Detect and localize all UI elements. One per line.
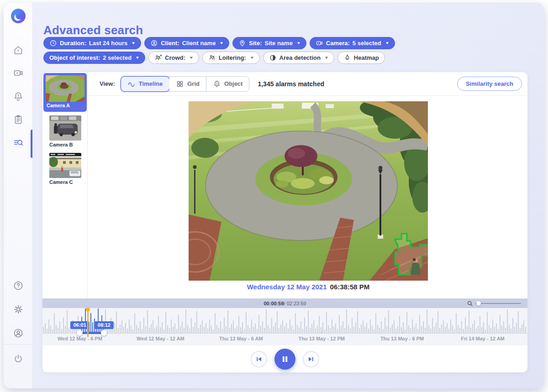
histogram-bar [271, 318, 272, 333]
histogram-bar [476, 329, 477, 333]
client-icon [150, 39, 158, 47]
histogram-bar [196, 311, 197, 333]
histogram-bar [410, 328, 411, 333]
histogram-bar [414, 327, 415, 333]
histogram-bar [244, 329, 245, 333]
histogram-bar [222, 329, 223, 333]
help-icon[interactable] [13, 280, 24, 291]
filter-pill-area-detection[interactable]: Area detection▼ [263, 52, 334, 64]
reports-icon[interactable] [13, 114, 24, 125]
alarms-icon[interactable] [13, 91, 24, 102]
histogram-bar [218, 328, 219, 333]
brand-logo-icon[interactable] [11, 8, 26, 24]
histogram-bar [342, 321, 343, 333]
histogram-bar [315, 329, 316, 333]
clock-icon [49, 39, 57, 47]
histogram-bar [129, 319, 130, 333]
histogram-bar [337, 329, 338, 333]
histogram-bar [235, 329, 236, 333]
playback-time: 06:38:58 PM [330, 283, 370, 291]
filter-label: Area detection [279, 54, 321, 61]
histogram-bar [145, 326, 146, 333]
pause-button[interactable] [274, 349, 295, 370]
scrubber-bar[interactable]: 00:00:59 / 02:23:59 [42, 298, 527, 308]
next-alarm-button[interactable] [303, 351, 319, 367]
camera-thumb-b[interactable]: Camera B [49, 115, 81, 147]
histogram-bar [304, 318, 305, 333]
filter-pill-object-of-interest[interactable]: Object of interest:2 selected▼ [43, 52, 145, 64]
histogram-bar [209, 319, 210, 333]
histogram-bar [213, 329, 214, 333]
histogram-bar [147, 310, 148, 333]
histogram-bar [405, 329, 406, 333]
filter-label: Loitering: [219, 54, 246, 61]
filter-pill-client[interactable]: Client:Client name▼ [144, 37, 229, 49]
histogram-bar [366, 323, 367, 333]
selection-range-fill[interactable] [80, 332, 104, 334]
histogram-bar [195, 323, 195, 333]
zoom-slider-handle[interactable] [476, 301, 481, 306]
histogram-bar [379, 328, 380, 333]
chevron-down-icon: ▼ [219, 41, 224, 45]
histogram-bar [361, 324, 362, 333]
histogram-bar [187, 325, 188, 333]
histogram-bar [59, 321, 60, 333]
view-tab-timeline[interactable]: Timeline [121, 77, 170, 91]
account-icon[interactable] [13, 328, 24, 339]
histogram-bar [52, 329, 53, 333]
zoom-slider-track[interactable] [475, 303, 521, 304]
filter-pill-site[interactable]: Site:Site name▼ [232, 37, 306, 49]
histogram-bar [206, 323, 206, 333]
axis-tick [402, 331, 403, 334]
cameras-icon[interactable] [13, 68, 24, 78]
selection-end-badge[interactable]: 08:12 [95, 321, 114, 329]
histogram-bar [109, 329, 110, 333]
histogram-bar [171, 319, 172, 333]
similarity-search-button[interactable]: Similarity search [457, 77, 522, 91]
histogram-bar [406, 312, 407, 333]
advanced-search-icon[interactable] [13, 137, 24, 148]
view-tab-object[interactable]: Object [206, 77, 249, 91]
playhead[interactable] [87, 310, 89, 337]
axis-label: Wed 12 May - 12 AM [137, 336, 184, 341]
filter-pill-heatmap[interactable]: Heatmap [337, 52, 385, 64]
histogram-bar [313, 320, 314, 333]
camera-thumb-c[interactable]: Camera C [49, 153, 81, 185]
histogram-bar [114, 323, 115, 333]
histogram-bar [516, 323, 517, 333]
histogram-bar [182, 321, 183, 333]
filter-pill-crowd[interactable]: Crowd:▼ [148, 52, 199, 64]
histogram-bar [483, 322, 484, 333]
histogram-bar [481, 327, 482, 333]
main-content: Advanced search Duration:Last 24 hours▼C… [33, 3, 544, 388]
chevron-down-icon: ▼ [135, 56, 140, 60]
histogram-bar [416, 324, 416, 333]
filter-pill-duration[interactable]: Duration:Last 24 hours▼ [43, 37, 141, 49]
camera-thumb-label: Camera B [49, 142, 81, 147]
camera-thumb-a[interactable]: Camera A [43, 73, 87, 112]
power-icon[interactable] [13, 353, 24, 364]
settings-gear-icon[interactable] [13, 304, 24, 315]
histogram-bar [302, 329, 303, 333]
selection-start-badge[interactable]: 06:01 [70, 321, 90, 329]
home-icon[interactable] [13, 45, 24, 56]
histogram-bar [215, 313, 216, 333]
histogram-bar [450, 319, 451, 333]
view-tab-grid[interactable]: Grid [169, 77, 206, 91]
previous-alarm-button[interactable] [251, 351, 267, 367]
filter-label: Site: [249, 40, 262, 47]
histogram-bar [458, 325, 458, 333]
activity-histogram[interactable] [42, 308, 527, 333]
histogram-bar [518, 311, 519, 333]
histogram-bar [346, 309, 347, 333]
histogram-bar [441, 324, 442, 333]
chevron-down-icon: ▼ [385, 41, 390, 45]
histogram-bar [350, 329, 351, 333]
histogram-bar [132, 329, 133, 333]
histogram-bar [417, 329, 418, 333]
filter-pill-camera[interactable]: Camera:5 selected▼ [310, 37, 395, 49]
histogram-bar [54, 313, 55, 333]
filter-pill-loitering[interactable]: Loitering:▼ [202, 52, 260, 64]
view-tab-label: Timeline [139, 80, 163, 87]
video-frame[interactable] [189, 101, 428, 281]
